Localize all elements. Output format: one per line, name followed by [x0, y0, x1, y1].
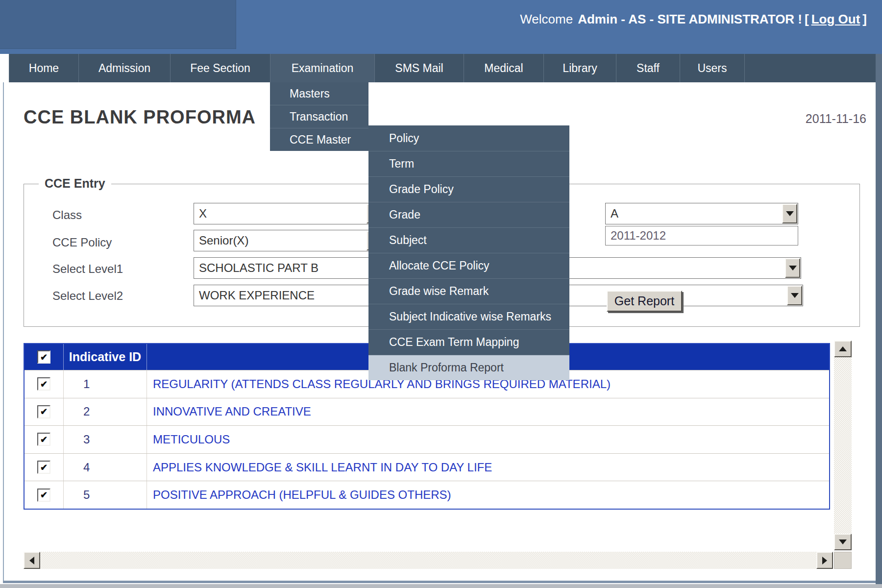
select-level2-arrow-button[interactable]: [787, 286, 802, 305]
section-select-arrow-button[interactable]: [782, 204, 797, 223]
nav-item-home[interactable]: Home: [9, 54, 78, 82]
top-header: WelcomeAdmin - AS - SITE ADMINISTRATOR !…: [0, 0, 882, 54]
content-bottom-border: [3, 581, 876, 583]
indicative-description[interactable]: APPLIES KNOWLEDGE & SKILL LEARNT IN DAY …: [153, 461, 492, 474]
welcome-bar: WelcomeAdmin - AS - SITE ADMINISTRATOR !…: [520, 12, 869, 27]
submenu-item-grade[interactable]: Grade: [368, 202, 569, 227]
nav-item-library[interactable]: Library: [543, 54, 616, 82]
indicative-id-header-cell: Indicative ID: [64, 344, 147, 370]
page-title: CCE BLANK PROFORMA: [24, 107, 256, 128]
nav-item-fee-section[interactable]: Fee Section: [170, 54, 270, 82]
session-field[interactable]: 2011-2012: [605, 226, 798, 245]
indicative-id[interactable]: 2: [83, 405, 90, 418]
row-checkbox[interactable]: ✔: [37, 433, 50, 446]
select-all-header-cell: ✔: [24, 344, 64, 370]
arrow-right-icon: [822, 557, 827, 564]
logged-in-user: Admin - AS - SITE ADMINISTRATOR !: [578, 12, 802, 26]
submenu-item-cce-exam-term-mapping[interactable]: CCE Exam Term Mapping: [368, 329, 569, 355]
select-level1-label: Select Level1: [52, 262, 123, 276]
check-icon: ✔: [40, 380, 48, 389]
row-checkbox[interactable]: ✔: [37, 461, 50, 474]
right-window-edge: [876, 54, 882, 584]
select-level1-value: SCHOLASTIC PART B: [199, 261, 318, 275]
class-label: Class: [52, 208, 82, 222]
nav-item-users[interactable]: Users: [680, 54, 745, 82]
fieldset-legend: CCE Entry: [39, 176, 111, 191]
vertical-scrollbar-track[interactable]: [834, 357, 852, 534]
submenu-item-subject[interactable]: Subject: [368, 227, 569, 253]
select-all-checkbox[interactable]: ✔: [37, 350, 50, 364]
check-icon: ✔: [40, 407, 48, 416]
indicative-description[interactable]: POSITIVE APPROACH (HELPFUL & GUIDES OTHE…: [153, 488, 451, 502]
indicative-id[interactable]: 5: [83, 488, 90, 502]
scrollbar-corner: [834, 552, 852, 569]
scroll-down-button[interactable]: [834, 534, 852, 550]
logout-bracket-close: ]: [862, 12, 867, 26]
examination-dropdown-menu: Masters Transaction CCE Master: [270, 82, 368, 151]
arrow-up-icon: [839, 346, 847, 351]
horizontal-scrollbar: [24, 552, 833, 569]
main-nav: Home Admission Fee Section Examination S…: [9, 54, 876, 82]
check-icon: ✔: [40, 353, 48, 362]
arrow-down-icon: [839, 539, 847, 544]
section-select[interactable]: A: [605, 203, 798, 224]
nav-item-staff[interactable]: Staff: [616, 54, 680, 82]
check-icon: ✔: [40, 490, 48, 499]
arrow-left-icon: [29, 557, 34, 564]
select-level2-value: WORK EXPERIENCE: [199, 289, 315, 302]
class-select-value: X: [199, 207, 207, 220]
logout-link[interactable]: Log Out: [811, 12, 860, 26]
indicative-id[interactable]: 3: [83, 433, 90, 446]
table-row: ✔ 2 INNOVATIVE AND CREATIVE: [24, 398, 829, 426]
nav-item-examination[interactable]: Examination: [270, 54, 374, 82]
scroll-right-button[interactable]: [816, 552, 833, 569]
indicative-id[interactable]: 4: [83, 461, 90, 474]
content-left-border: [3, 82, 4, 581]
app-window: WelcomeAdmin - AS - SITE ADMINISTRATOR !…: [0, 0, 882, 588]
submenu-item-grade-wise-remark[interactable]: Grade wise Remark: [368, 278, 569, 304]
cce-policy-label: CCE Policy: [52, 236, 112, 249]
submenu-item-subject-indicative-wise-remarks[interactable]: Subject Indicative wise Remarks: [368, 304, 569, 329]
indicative-id[interactable]: 1: [83, 377, 90, 391]
table-row: ✔ 4 APPLIES KNOWLEDGE & SKILL LEARNT IN …: [24, 453, 829, 481]
bottom-window-edge: [0, 584, 882, 588]
table-row: ✔ 3 METICULOUS: [24, 425, 829, 453]
indicative-description[interactable]: METICULOUS: [153, 433, 230, 446]
nav-item-medical[interactable]: Medical: [464, 54, 543, 82]
menu-item-cce-master[interactable]: CCE Master: [270, 128, 368, 151]
cce-policy-select[interactable]: Senior(X): [194, 230, 383, 251]
scroll-up-button[interactable]: [834, 341, 852, 357]
row-checkbox[interactable]: ✔: [37, 489, 50, 502]
check-icon: ✔: [40, 435, 48, 444]
nav-item-admission[interactable]: Admission: [78, 54, 170, 82]
row-checkbox[interactable]: ✔: [37, 377, 50, 391]
indicative-description[interactable]: INNOVATIVE AND CREATIVE: [153, 405, 311, 418]
chevron-down-icon: [786, 211, 794, 216]
session-field-value: 2011-2012: [611, 229, 666, 243]
submenu-item-policy[interactable]: Policy: [368, 125, 569, 151]
submenu-item-term[interactable]: Term: [368, 151, 569, 176]
cce-master-submenu: Policy Term Grade Policy Grade Subject A…: [368, 125, 569, 380]
vertical-scrollbar: [834, 341, 852, 550]
submenu-item-allocate-cce-policy[interactable]: Allocate CCE Policy: [368, 253, 569, 278]
get-report-button[interactable]: Get Report: [607, 291, 682, 312]
logout-bracket-open: [: [805, 12, 809, 26]
chevron-down-icon: [791, 293, 799, 298]
submenu-item-grade-policy[interactable]: Grade Policy: [368, 176, 569, 202]
submenu-item-blank-proforma-report[interactable]: Blank Proforma Report: [368, 355, 569, 380]
select-level2-label: Select Level2: [52, 289, 123, 303]
chevron-down-icon: [789, 266, 797, 270]
menu-item-masters[interactable]: Masters: [270, 82, 368, 105]
horizontal-scrollbar-track[interactable]: [40, 552, 816, 569]
menu-item-transaction[interactable]: Transaction: [270, 105, 368, 128]
class-select[interactable]: X: [194, 203, 383, 224]
header-logo-area: [0, 0, 236, 49]
nav-item-sms-mail[interactable]: SMS Mail: [374, 54, 464, 82]
select-level1-arrow-button[interactable]: [785, 258, 800, 278]
scroll-left-button[interactable]: [24, 552, 40, 569]
cce-policy-select-value: Senior(X): [199, 234, 248, 247]
welcome-prefix: Welcome: [520, 12, 573, 26]
table-row: ✔ 5 POSITIVE APPROACH (HELPFUL & GUIDES …: [24, 481, 829, 509]
row-checkbox[interactable]: ✔: [37, 405, 50, 418]
page-date: 2011-11-16: [806, 112, 866, 126]
